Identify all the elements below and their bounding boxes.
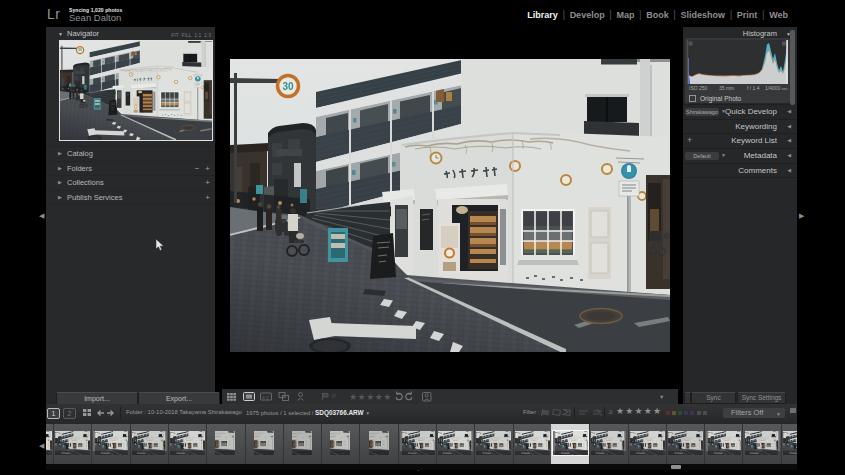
svg-text:★★★★★: ★★★★★ <box>349 392 392 402</box>
svg-text:X: X <box>262 395 265 400</box>
svg-text:▼: ▼ <box>659 394 664 400</box>
svg-text:Y: Y <box>266 395 269 400</box>
svg-text:P: P <box>332 393 336 400</box>
